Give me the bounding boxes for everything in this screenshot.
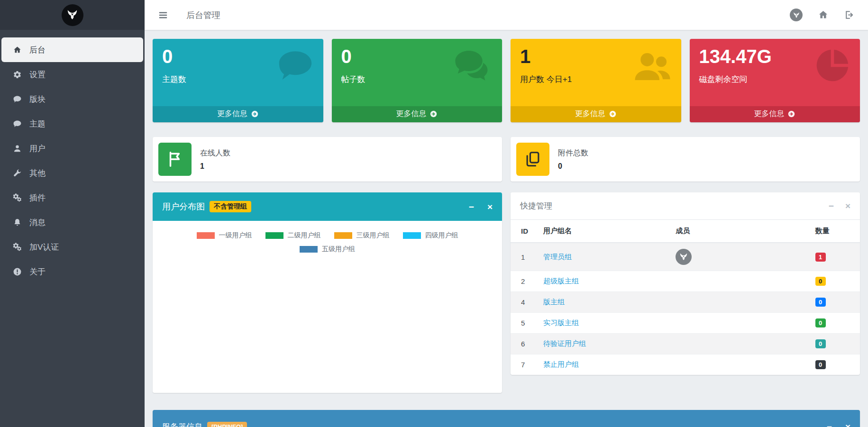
count-badge: 1 xyxy=(815,253,826,262)
legend-swatch xyxy=(403,232,421,239)
table-row: 5 实习版主组 0 xyxy=(511,313,860,334)
stat-card-disk: 134.47G 磁盘剩余空间 更多信息 xyxy=(690,39,860,122)
pie-chart-icon xyxy=(813,46,851,84)
legend-item[interactable]: 三级用户组 xyxy=(334,231,390,240)
close-icon[interactable]: × xyxy=(845,201,850,210)
page-title: 后台管理 xyxy=(186,9,220,21)
sidebar-item-label: 插件 xyxy=(29,192,46,203)
legend-swatch xyxy=(300,246,318,253)
sidebar-item-label: 主题 xyxy=(29,118,46,129)
column-header-member: 成员 xyxy=(668,220,807,243)
sidebar-item-messages[interactable]: 消息 xyxy=(1,210,143,235)
sidebar-item-label: 后台 xyxy=(29,45,46,55)
more-info-link[interactable]: 更多信息 xyxy=(690,106,860,122)
sidebar-item-label: 其他 xyxy=(29,168,46,179)
chart-canvas: 一级用户组 二级用户组 三级用户组 四级用户组 xyxy=(153,221,502,393)
group-id: 4 xyxy=(511,292,536,313)
more-info-link[interactable]: 更多信息 xyxy=(511,106,681,122)
signout-icon[interactable] xyxy=(844,9,855,20)
phpinfo-badge[interactable]: [PHPINFO] xyxy=(207,422,247,427)
sidebar-item-settings[interactable]: 设置 xyxy=(1,62,143,87)
group-name-link[interactable]: 管理员组 xyxy=(543,253,572,261)
group-id: 2 xyxy=(511,271,536,292)
sidebar-item-label: 关于 xyxy=(29,266,46,277)
sidebar-item-plugins[interactable]: 插件 xyxy=(1,185,143,210)
sidebar-logo-link[interactable] xyxy=(0,0,145,30)
more-info-link[interactable]: 更多信息 xyxy=(153,106,323,122)
sidebar-item-forums[interactable]: 版块 xyxy=(1,87,143,111)
table-row: 2 超级版主组 0 xyxy=(511,271,860,292)
column-header-name: 用户组名 xyxy=(536,220,668,243)
gear-icon xyxy=(11,70,23,79)
app-logo-icon xyxy=(62,4,83,26)
sidebar-item-other[interactable]: 其他 xyxy=(1,161,143,185)
profile-logo-icon[interactable] xyxy=(790,9,803,21)
table-row: 1 管理员组 1 xyxy=(511,243,860,271)
quick-management-panel: 快捷管理 − × ID 用户组名 成员 数量 xyxy=(511,192,860,375)
group-name-link[interactable]: 版主组 xyxy=(543,298,565,306)
close-icon[interactable]: × xyxy=(487,202,493,211)
legend-item[interactable]: 二级用户组 xyxy=(265,231,321,240)
panel-title: 服务器信息 xyxy=(162,421,202,427)
sidebar: 后台 设置 版块 主题 用户 其他 插件 消息 xyxy=(0,0,145,427)
legend-item[interactable]: 五级用户组 xyxy=(300,245,355,254)
group-name-link[interactable]: 禁止用户组 xyxy=(543,360,579,368)
server-info-panel: 服务器信息 [PHPINFO] − × xyxy=(153,410,860,427)
home-icon[interactable] xyxy=(818,9,829,20)
panel-title: 快捷管理 xyxy=(520,200,552,211)
sidebar-item-verification[interactable]: 加V认证 xyxy=(1,235,143,259)
minimize-icon[interactable]: − xyxy=(469,202,474,211)
close-icon[interactable]: × xyxy=(845,422,850,427)
bell-icon xyxy=(11,218,23,227)
info-circle-icon xyxy=(11,267,23,276)
info-box-online: 在线人数 1 xyxy=(153,137,502,182)
info-box-label: 附件总数 xyxy=(558,148,588,158)
users-icon xyxy=(632,46,673,87)
group-id: 1 xyxy=(511,243,536,271)
sidebar-menu: 后台 设置 版块 主题 用户 其他 插件 消息 xyxy=(0,30,145,284)
group-id: 5 xyxy=(511,313,536,334)
panel-title: 用户分布图 xyxy=(162,201,205,212)
group-name-link[interactable]: 实习版主组 xyxy=(543,318,579,327)
member-avatar[interactable] xyxy=(676,249,692,265)
group-name-link[interactable]: 待验证用户组 xyxy=(543,339,586,347)
more-info-link[interactable]: 更多信息 xyxy=(332,106,503,122)
sidebar-item-users[interactable]: 用户 xyxy=(1,136,143,161)
count-badge: 0 xyxy=(815,277,826,286)
sidebar-item-about[interactable]: 关于 xyxy=(1,259,143,284)
info-box-value: 0 xyxy=(558,162,588,171)
user-distribution-panel: 用户分布图 不含管理组 − × 一级用户组 xyxy=(153,192,502,393)
comment-icon xyxy=(11,95,23,104)
group-id: 7 xyxy=(511,354,536,375)
count-badge: 0 xyxy=(815,339,826,348)
info-box-value: 1 xyxy=(200,162,230,171)
panel-header: 快捷管理 − × xyxy=(511,192,860,220)
wrench-icon xyxy=(11,169,23,178)
flag-icon xyxy=(158,143,192,176)
sidebar-item-dashboard[interactable]: 后台 xyxy=(1,37,143,62)
column-header-id: ID xyxy=(511,220,536,243)
table-row: 4 版主组 0 xyxy=(511,292,860,313)
group-name-link[interactable]: 超级版主组 xyxy=(543,277,579,285)
sidebar-item-topics[interactable]: 主题 xyxy=(1,111,143,136)
legend-item[interactable]: 一级用户组 xyxy=(197,231,252,240)
group-id: 6 xyxy=(511,334,536,354)
count-badge: 0 xyxy=(815,298,826,307)
info-box-attachments: 附件总数 0 xyxy=(511,137,860,182)
comment-icon xyxy=(276,46,315,85)
minimize-icon[interactable]: − xyxy=(827,422,832,427)
stat-card-topics: 0 主题数 更多信息 xyxy=(153,39,323,122)
arrow-circle-right-icon xyxy=(787,110,795,118)
sidebar-item-label: 加V认证 xyxy=(29,242,59,253)
count-badge: 0 xyxy=(815,360,826,369)
panel-badge: 不含管理组 xyxy=(210,201,251,212)
cogs-icon xyxy=(11,193,23,202)
sidebar-item-label: 消息 xyxy=(29,217,46,228)
user-groups-table: ID 用户组名 成员 数量 1 管理员组 1 xyxy=(511,220,860,375)
minimize-icon[interactable]: − xyxy=(829,201,834,210)
sidebar-item-label: 用户 xyxy=(29,143,46,154)
legend-item[interactable]: 四级用户组 xyxy=(403,231,458,240)
topbar: 后台管理 xyxy=(145,0,868,30)
comments-icon xyxy=(453,46,493,87)
hamburger-menu-icon[interactable] xyxy=(158,10,168,20)
